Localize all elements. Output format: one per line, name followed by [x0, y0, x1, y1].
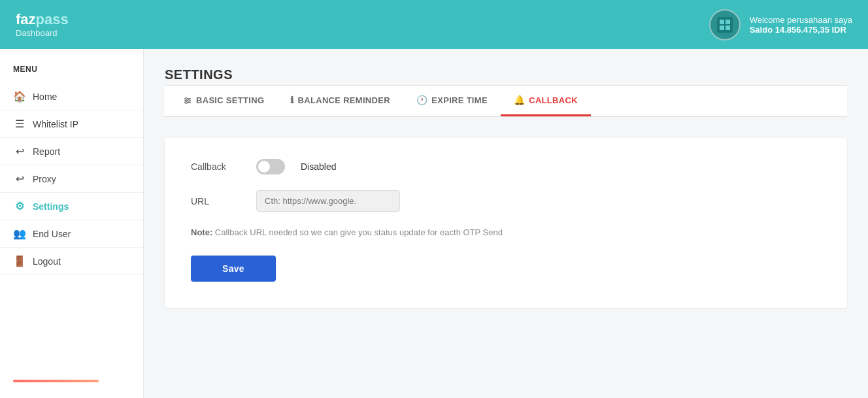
sidebar-item-settings[interactable]: ⚙ Settings [0, 193, 143, 220]
balance-reminder-icon: ℹ [290, 95, 293, 105]
logout-icon: 🚪 [13, 255, 26, 267]
svg-rect-3 [720, 25, 724, 30]
svg-rect-0 [717, 17, 733, 33]
tab-expire-time[interactable]: 🕐 EXPIRE TIME [403, 86, 501, 116]
note-label: Note: [191, 227, 212, 237]
sidebar-item-home[interactable]: 🏠 Home [0, 83, 143, 110]
menu-label: MENU [0, 65, 143, 83]
callback-toggle[interactable] [256, 159, 285, 174]
sidebar-item-home-label: Home [33, 91, 57, 102]
sidebar-item-report[interactable]: ↩ Report [0, 138, 143, 165]
main-content: SETTINGS BASIC SETTING ℹ [144, 49, 868, 398]
svg-rect-2 [726, 20, 730, 24]
sidebar-bottom-bar [13, 380, 99, 382]
callback-label: Callback [191, 161, 243, 172]
settings-card: Callback Disabled URL Note: Callback URL… [165, 138, 847, 308]
sidebar-item-end-user[interactable]: 👥 End User [0, 220, 143, 248]
header-user-section: Welcome perusahaan saya Saldo 14.856.475… [709, 9, 852, 41]
basic-setting-icon [183, 95, 192, 105]
sidebar-item-whitelist-label: Whitelist IP [33, 119, 78, 129]
svg-point-8 [186, 98, 188, 100]
url-row: URL [191, 190, 821, 212]
welcome-text: Welcome perusahaan saya [750, 15, 852, 25]
proxy-icon: ↩ [13, 173, 26, 185]
svg-point-9 [188, 100, 190, 102]
sidebar-item-proxy[interactable]: ↩ Proxy [0, 165, 143, 193]
saldo-value: 14.856.475,35 IDR [775, 25, 846, 35]
tab-basic-setting[interactable]: BASIC SETTING [170, 86, 277, 116]
url-label: URL [191, 196, 243, 207]
callback-icon: 🔔 [514, 95, 525, 105]
note-text: Callback URL needed so we can give you s… [215, 227, 503, 237]
sidebar-item-proxy-label: Proxy [33, 174, 56, 184]
svg-rect-4 [726, 25, 730, 30]
sidebar-item-logout-label: Logout [33, 256, 61, 267]
expire-time-icon: 🕐 [416, 95, 427, 105]
app-header: fazpass Dashboard Welcome perusahaan say… [0, 0, 868, 49]
settings-tabs: BASIC SETTING ℹ BALANCE REMINDER 🕐 EXPIR… [165, 86, 847, 117]
sidebar-item-end-user-label: End User [33, 229, 71, 239]
tab-basic-setting-label: BASIC SETTING [196, 95, 264, 105]
svg-point-10 [186, 102, 188, 104]
brand-pass: pass [36, 11, 69, 27]
end-user-icon: 👥 [13, 227, 26, 240]
home-icon: 🏠 [13, 90, 26, 103]
note-row: Note: Callback URL needed so we can give… [191, 227, 821, 237]
sidebar-item-logout[interactable]: 🚪 Logout [0, 248, 143, 275]
toggle-slider [256, 159, 285, 174]
tab-expire-time-label: EXPIRE TIME [431, 95, 488, 105]
page-title: SETTINGS [165, 67, 847, 82]
callback-row: Callback Disabled [191, 159, 821, 174]
user-info: Welcome perusahaan saya Saldo 14.856.475… [750, 15, 852, 35]
saldo-text: Saldo 14.856.475,35 IDR [750, 25, 852, 35]
sidebar-item-whitelist-ip[interactable]: ☰ Whitelist IP [0, 110, 143, 138]
tab-callback[interactable]: 🔔 CALLBACK [501, 86, 591, 116]
avatar [709, 9, 741, 41]
brand-name: fazpass [16, 11, 69, 28]
tab-callback-label: CALLBACK [529, 95, 578, 105]
saldo-label: Saldo [750, 25, 773, 35]
save-button[interactable]: Save [191, 256, 276, 282]
toggle-status: Disabled [301, 161, 336, 172]
svg-rect-1 [720, 20, 724, 24]
tab-balance-reminder[interactable]: ℹ BALANCE REMINDER [277, 86, 403, 116]
sidebar: MENU 🏠 Home ☰ Whitelist IP ↩ Report ↩ Pr… [0, 49, 144, 398]
url-input[interactable] [256, 190, 400, 212]
settings-icon: ⚙ [13, 200, 26, 212]
tab-balance-reminder-label: BALANCE REMINDER [298, 95, 390, 105]
brand-logo: fazpass Dashboard [16, 11, 69, 38]
sidebar-item-settings-label: Settings [33, 201, 69, 212]
sidebar-item-report-label: Report [33, 146, 60, 157]
brand-faz: faz [16, 11, 36, 27]
main-layout: MENU 🏠 Home ☰ Whitelist IP ↩ Report ↩ Pr… [0, 49, 868, 398]
list-icon: ☰ [13, 118, 26, 130]
brand-subtitle: Dashboard [16, 28, 69, 38]
report-icon: ↩ [13, 145, 26, 158]
